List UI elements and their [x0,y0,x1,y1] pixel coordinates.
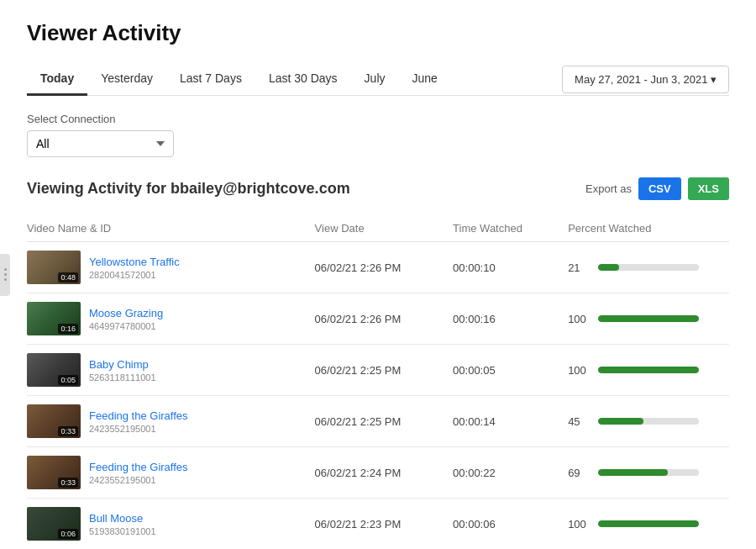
view-date: 06/02/21 2:25 PM [315,415,453,428]
progress-bar-fill [598,418,643,425]
video-duration: 0:33 [58,478,78,488]
progress-bar-fill [598,264,619,271]
view-date: 06/02/21 2:25 PM [315,364,453,377]
video-thumbnail: 0:33 [27,404,81,438]
time-watched: 00:00:05 [453,364,568,377]
progress-bar-bg [598,469,699,476]
video-id: 5263118111001 [89,372,156,383]
progress-bar-bg [598,315,699,322]
percent-number: 100 [568,313,591,325]
video-cell: 0:48 Yellowstone Traffic 2820041572001 [27,251,315,284]
video-name[interactable]: Moose Grazing [89,307,163,319]
video-cell: 0:33 Feeding the Giraffes 2423552195001 [27,456,315,489]
connection-section: Select Connection All Connection 1 Conne… [27,113,729,157]
percent-cell: 100 [568,313,729,325]
tabs-bar: TodayYesterdayLast 7 DaysLast 30 DaysJul… [27,63,729,96]
col-header-date: View Date [315,222,453,235]
col-header-video: Video Name & ID [27,222,315,235]
view-date: 06/02/21 2:26 PM [315,313,453,325]
video-cell: 0:16 Moose Grazing 4649974780001 [27,302,315,335]
video-name[interactable]: Yellowstone Traffic [89,256,180,268]
percent-number: 21 [568,261,591,274]
view-date: 06/02/21 2:26 PM [315,261,453,274]
video-thumbnail: 0:06 [27,507,81,541]
time-watched: 00:00:06 [453,518,568,531]
video-duration: 0:16 [58,324,78,334]
video-id: 4649974780001 [89,321,163,331]
csv-button[interactable]: CSV [638,177,681,200]
percent-number: 100 [568,518,591,531]
progress-bar-bg [598,418,699,425]
percent-cell: 100 [568,518,729,531]
progress-bar-bg [598,520,699,527]
tab-june[interactable]: June [399,63,451,96]
viewing-header: Viewing Activity for bbailey@brightcove.… [27,177,729,200]
table-header: Video Name & ID View Date Time Watched P… [27,215,729,242]
video-duration: 0:05 [58,375,78,385]
percent-number: 45 [568,415,591,428]
viewing-title: Viewing Activity for bbailey@brightcove.… [27,180,350,198]
video-thumbnail: 0:05 [27,353,81,387]
percent-cell: 69 [568,467,729,479]
time-watched: 00:00:22 [453,467,568,479]
percent-cell: 45 [568,415,729,428]
video-cell: 0:33 Feeding the Giraffes 2423552195001 [27,404,315,438]
video-id: 2423552195001 [89,424,188,434]
progress-bar-fill [598,367,699,373]
table-row: 0:05 Baby Chimp 5263118111001 06/02/21 2… [27,345,729,396]
video-id: 5193830191001 [89,526,156,536]
tab-last-7-days[interactable]: Last 7 Days [166,63,255,96]
percent-cell: 100 [568,364,729,377]
video-name[interactable]: Bull Moose [89,512,156,525]
video-id: 2423552195001 [89,475,188,485]
table-row: 0:16 Moose Grazing 4649974780001 06/02/2… [27,293,729,345]
video-duration: 0:48 [58,272,78,282]
tabs-list: TodayYesterdayLast 7 DaysLast 30 DaysJul… [27,63,562,95]
tab-last-30-days[interactable]: Last 30 Days [255,63,351,96]
connection-select[interactable]: All Connection 1 Connection 2 [27,130,174,157]
progress-bar-fill [598,469,668,476]
video-cell: 0:06 Bull Moose 5193830191001 [27,507,315,541]
xls-button[interactable]: XLS [688,177,729,200]
video-duration: 0:33 [58,426,78,436]
tab-yesterday[interactable]: Yesterday [87,63,166,96]
col-header-time: Time Watched [453,222,568,235]
tab-july[interactable]: July [351,63,399,96]
connection-label: Select Connection [27,113,729,125]
table-row: 0:33 Feeding the Giraffes 2423552195001 … [27,396,729,447]
table-row: 0:33 Feeding the Giraffes 2423552195001 … [27,447,729,499]
time-watched: 00:00:16 [453,313,568,325]
video-thumbnail: 0:33 [27,456,81,489]
video-id: 2820041572001 [89,270,180,280]
date-range-button[interactable]: May 27, 2021 - Jun 3, 2021 ▾ [562,66,729,93]
table-row: 0:48 Yellowstone Traffic 2820041572001 0… [27,242,729,293]
export-label: Export as [585,182,632,195]
video-name[interactable]: Baby Chimp [89,358,156,371]
col-header-percent: Percent Watched [568,222,729,235]
progress-bar-bg [598,264,699,271]
page-title: Viewer Activity [27,20,729,46]
video-thumbnail: 0:48 [27,251,81,284]
video-thumbnail: 0:16 [27,302,81,335]
progress-bar-fill [598,520,699,527]
table-body: 0:48 Yellowstone Traffic 2820041572001 0… [27,242,729,549]
video-cell: 0:05 Baby Chimp 5263118111001 [27,353,315,387]
view-date: 06/02/21 2:23 PM [315,518,453,531]
video-duration: 0:06 [58,529,78,539]
video-name[interactable]: Feeding the Giraffes [89,409,188,422]
progress-bar-fill [598,315,699,322]
percent-number: 69 [568,467,591,479]
percent-number: 100 [568,364,591,377]
export-section: Export as CSV XLS [585,177,729,200]
progress-bar-bg [598,367,699,373]
sidebar-handle[interactable] [0,254,10,296]
time-watched: 00:00:10 [453,261,568,274]
activity-table: Video Name & ID View Date Time Watched P… [27,215,729,549]
tab-today[interactable]: Today [27,63,87,96]
view-date: 06/02/21 2:24 PM [315,467,453,479]
time-watched: 00:00:14 [453,415,568,428]
percent-cell: 21 [568,261,729,274]
table-row: 0:06 Bull Moose 5193830191001 06/02/21 2… [27,499,729,549]
video-name[interactable]: Feeding the Giraffes [89,461,188,473]
